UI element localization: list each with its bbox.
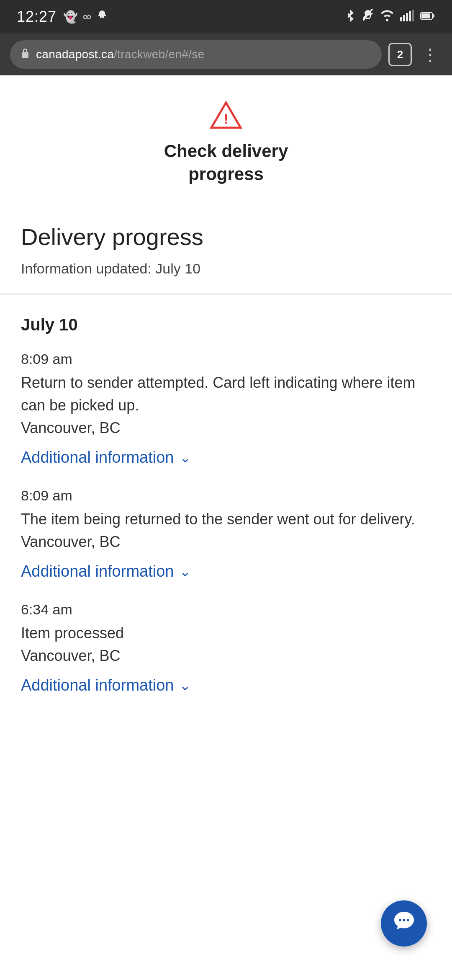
svg-rect-2	[406, 13, 408, 21]
battery-icon	[420, 10, 435, 23]
delivery-title: Delivery progress	[21, 223, 431, 250]
lastpass-icon: ∞	[83, 10, 91, 23]
date-header: July 10	[21, 315, 431, 334]
url-gray: /trackweb/en#/se	[114, 48, 204, 61]
additional-info-label-3: Additional information	[21, 676, 174, 694]
additional-info-label-1: Additional information	[21, 449, 174, 467]
additional-info-btn-2[interactable]: Additional information ⌄	[21, 562, 191, 580]
chevron-down-icon-1: ⌄	[180, 450, 191, 466]
event-description-1: Return to sender attempted. Card left in…	[21, 371, 431, 417]
svg-rect-3	[409, 11, 411, 21]
page-content: ! Check deliveryprogress Delivery progre…	[0, 75, 452, 694]
browser-bar: canadapost.ca/trackweb/en#/se 2 ⋮	[0, 34, 452, 75]
header-section: ! Check deliveryprogress	[0, 75, 452, 202]
event-time-2: 8:09 am	[21, 487, 431, 504]
url-bold: canadapost.ca	[36, 48, 114, 61]
url-text: canadapost.ca/trackweb/en#/se	[36, 48, 205, 61]
svg-rect-1	[403, 15, 405, 21]
event-location-3: Vancouver, BC	[21, 647, 431, 665]
address-bar[interactable]: canadapost.ca/trackweb/en#/se	[10, 40, 382, 69]
additional-info-btn-3[interactable]: Additional information ⌄	[21, 676, 191, 694]
chevron-down-icon-2: ⌄	[180, 564, 191, 580]
svg-point-11	[403, 919, 405, 921]
chevron-down-icon-3: ⌄	[180, 678, 191, 694]
svg-point-10	[399, 919, 401, 921]
event-item-2: 8:09 am The item being returned to the s…	[21, 487, 431, 580]
svg-rect-7	[433, 14, 434, 18]
warning-icon-container: !	[209, 101, 243, 132]
warning-icon: !	[209, 101, 243, 130]
mute-icon	[362, 9, 374, 25]
browser-menu-button[interactable]: ⋮	[419, 45, 442, 64]
svg-rect-0	[400, 17, 402, 21]
notification-icon	[96, 10, 108, 24]
lock-icon	[20, 47, 30, 62]
status-bar: 12:27 👻 ∞	[0, 0, 452, 34]
timeline-section: July 10 8:09 am Return to sender attempt…	[0, 294, 452, 694]
delivery-section: Delivery progress Information updated: J…	[0, 202, 452, 277]
snapchat-icon: 👻	[63, 10, 78, 24]
svg-rect-8	[22, 52, 28, 58]
additional-info-label-2: Additional information	[21, 562, 174, 580]
tab-count[interactable]: 2	[388, 43, 412, 66]
bluetooth-icon	[345, 9, 356, 25]
svg-rect-4	[412, 10, 414, 21]
svg-point-12	[407, 919, 409, 921]
event-item-1: 8:09 am Return to sender attempted. Card…	[21, 351, 431, 467]
wifi-icon	[380, 10, 394, 24]
svg-text:!: !	[224, 111, 229, 126]
additional-info-btn-1[interactable]: Additional information ⌄	[21, 449, 191, 467]
signal-icon	[400, 10, 414, 24]
event-description-2: The item being returned to the sender we…	[21, 508, 431, 531]
event-description-3: Item processed	[21, 622, 431, 645]
event-time-3: 6:34 am	[21, 601, 431, 618]
status-time: 12:27	[17, 8, 56, 26]
chat-bubble-icon	[393, 910, 416, 938]
svg-rect-6	[421, 13, 430, 18]
info-updated: Information updated: July 10	[21, 260, 431, 277]
event-item-3: 6:34 am Item processed Vancouver, BC Add…	[21, 601, 431, 694]
event-location-2: Vancouver, BC	[21, 533, 431, 551]
event-time-1: 8:09 am	[21, 351, 431, 367]
event-location-1: Vancouver, BC	[21, 419, 431, 437]
page-title: Check deliveryprogress	[164, 140, 288, 186]
chat-fab-button[interactable]	[381, 900, 427, 946]
